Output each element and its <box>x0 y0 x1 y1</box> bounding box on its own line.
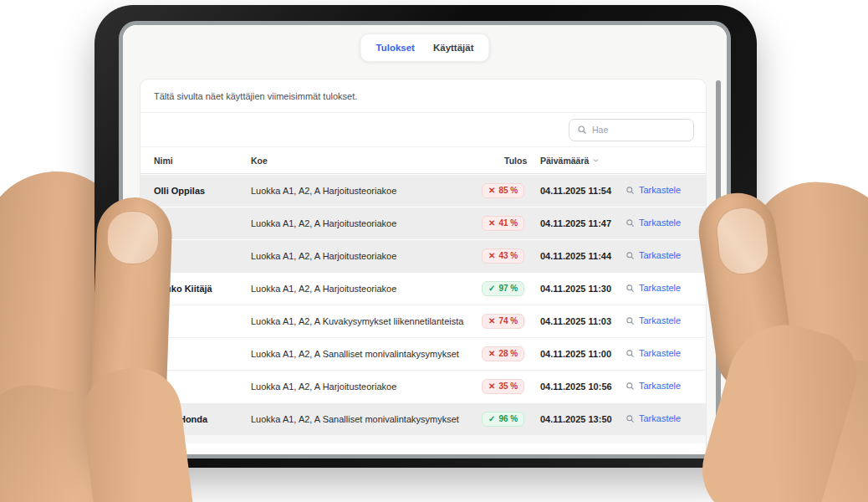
action-cell: Tarkastele <box>625 381 706 392</box>
search-input[interactable] <box>592 125 686 135</box>
view-link[interactable]: Tarkastele <box>625 348 681 358</box>
chevron-down-icon <box>592 156 600 164</box>
result-badge: ✕ 74 % <box>482 314 524 329</box>
view-link[interactable]: Tarkastele <box>625 283 681 293</box>
date-cell: 04.11.2025 11:44 <box>540 251 625 261</box>
date-cell: 04.11.2025 13:50 <box>540 414 625 424</box>
scene: Tulokset Käyttäjät Tältä sivulta näet kä… <box>0 0 868 502</box>
result-status-icon: ✓ <box>488 415 495 423</box>
partial-next-row <box>140 435 706 443</box>
view-link[interactable]: Tarkastele <box>625 315 681 325</box>
test-name-cell: Luokka A1, A2, A Harjoitusteoriakoe <box>251 218 482 228</box>
result-status-icon: ✕ <box>488 219 495 228</box>
result-value: 43 % <box>498 252 518 260</box>
result-value: 41 % <box>498 219 518 228</box>
view-link[interactable]: Tarkastele <box>625 218 681 228</box>
result-badge: ✓ 96 % <box>482 412 524 427</box>
table-body: Olli Oppilas Luokka A1, A2, A Harjoitust… <box>140 174 706 435</box>
magnifier-icon <box>625 284 635 293</box>
table-row: – Luokka A1, A2, A Harjoitusteoriakoe ✕ … <box>140 239 706 272</box>
view-link[interactable]: Tarkastele <box>625 381 681 391</box>
view-link-label: Tarkastele <box>639 283 681 293</box>
result-cell: ✕ 74 % <box>482 314 540 329</box>
result-badge: ✕ 41 % <box>482 216 524 231</box>
tab-pill: Tulokset Käyttäjät <box>360 33 489 62</box>
result-value: 28 % <box>498 350 518 358</box>
view-link-label: Tarkastele <box>639 185 681 195</box>
magnifier-icon <box>625 349 635 358</box>
magnifier-icon <box>625 251 635 260</box>
result-badge: ✕ 28 % <box>482 346 524 361</box>
view-link[interactable]: Tarkastele <box>625 185 681 195</box>
test-name-cell: Luokka A1, A2, A Sanalliset monivalintak… <box>251 414 482 424</box>
table-row: – Luokka A1, A2, A Harjoitusteoriakoe ✕ … <box>140 207 706 239</box>
page-description: Tältä sivulta näet käyttäjien viimeisimm… <box>140 79 706 113</box>
result-badge: ✓ 97 % <box>482 281 524 296</box>
tab-tulokset[interactable]: Tulokset <box>375 43 414 53</box>
tab-kayttajat[interactable]: Käyttäjät <box>433 43 474 53</box>
result-value: 96 % <box>498 415 518 423</box>
result-cell: ✕ 35 % <box>482 379 540 394</box>
action-cell: Tarkastele <box>625 283 706 295</box>
view-link-label: Tarkastele <box>639 413 681 423</box>
result-cell: ✓ 97 % <box>482 281 540 296</box>
action-cell: Tarkastele <box>625 185 706 197</box>
header-tulos: Tulos <box>482 156 540 166</box>
search-icon <box>577 125 587 135</box>
test-name-cell: Luokka A1, A2, A Harjoitusteoriakoe <box>251 251 482 261</box>
magnifier-icon <box>625 218 635 228</box>
action-cell: Tarkastele <box>625 250 706 262</box>
view-link-label: Tarkastele <box>639 315 681 325</box>
result-status-icon: ✕ <box>488 252 495 260</box>
view-link[interactable]: Tarkastele <box>625 250 681 260</box>
table-header-row: Nimi Koe Tulos Päivämäärä <box>140 146 706 174</box>
header-koe: Koe <box>251 156 482 166</box>
result-value: 97 % <box>498 284 518 293</box>
table-row: – Luokka A1, A2, A Kuvakysymykset liiken… <box>140 305 706 337</box>
date-cell: 04.11.2025 10:56 <box>540 382 625 392</box>
tablet-device: Tulokset Käyttäjät Tältä sivulta näet kä… <box>94 5 757 468</box>
left-thumbnail <box>107 211 159 264</box>
search-box[interactable] <box>569 119 694 141</box>
result-badge: ✕ 43 % <box>482 248 524 264</box>
test-name-cell: Luokka A1, A2, A Sanalliset monivalintak… <box>251 349 482 359</box>
table-row: Kauko Kiitäjä Luokka A1, A2, A Harjoitus… <box>140 272 706 305</box>
tab-bar: Tulokset Käyttäjät <box>360 33 489 62</box>
result-value: 35 % <box>498 382 518 391</box>
result-status-icon: ✕ <box>488 382 495 391</box>
action-cell: Tarkastele <box>625 315 706 327</box>
result-status-icon: ✕ <box>488 187 495 195</box>
result-status-icon: ✓ <box>488 284 495 293</box>
date-cell: 04.11.2025 11:03 <box>540 316 625 326</box>
date-cell: 04.11.2025 11:30 <box>540 284 625 294</box>
student-name-cell: Olli Oppilas <box>140 186 251 196</box>
date-cell: 04.11.2025 11:47 <box>540 218 625 228</box>
table-row: – Luokka A1, A2, A Sanalliset monivalint… <box>140 337 706 370</box>
magnifier-icon <box>625 316 635 325</box>
tablet-screen: Tulokset Käyttäjät Tältä sivulta näet kä… <box>123 25 727 454</box>
magnifier-icon <box>625 414 635 423</box>
test-name-cell: Luokka A1, A2, A Harjoitusteoriakoe <box>251 382 482 392</box>
view-link-label: Tarkastele <box>639 348 681 358</box>
header-paivamaara-label: Päivämäärä <box>540 156 589 166</box>
action-cell: Tarkastele <box>625 218 706 229</box>
view-link-label: Tarkastele <box>639 250 681 260</box>
result-cell: ✕ 28 % <box>482 346 540 361</box>
result-cell: ✕ 43 % <box>482 248 540 264</box>
magnifier-icon <box>625 186 635 195</box>
table-row: – Luokka A1, A2, A Harjoitusteoriakoe ✕ … <box>140 370 706 402</box>
magnifier-icon <box>625 382 635 391</box>
app-viewport: Tulokset Käyttäjät Tältä sivulta näet kä… <box>123 25 727 454</box>
result-status-icon: ✕ <box>488 317 495 325</box>
action-cell: Tarkastele <box>625 348 706 360</box>
result-badge: ✕ 85 % <box>482 183 524 198</box>
header-paivamaara[interactable]: Päivämäärä <box>540 156 625 166</box>
result-cell: ✕ 41 % <box>482 216 540 231</box>
result-value: 74 % <box>498 317 518 325</box>
view-link-label: Tarkastele <box>639 381 681 391</box>
test-name-cell: Luokka A1, A2, A Harjoitusteoriakoe <box>251 186 482 196</box>
result-cell: ✕ 85 % <box>482 183 540 198</box>
view-link-label: Tarkastele <box>639 218 681 228</box>
result-status-icon: ✕ <box>488 350 495 358</box>
view-link[interactable]: Tarkastele <box>625 413 681 423</box>
